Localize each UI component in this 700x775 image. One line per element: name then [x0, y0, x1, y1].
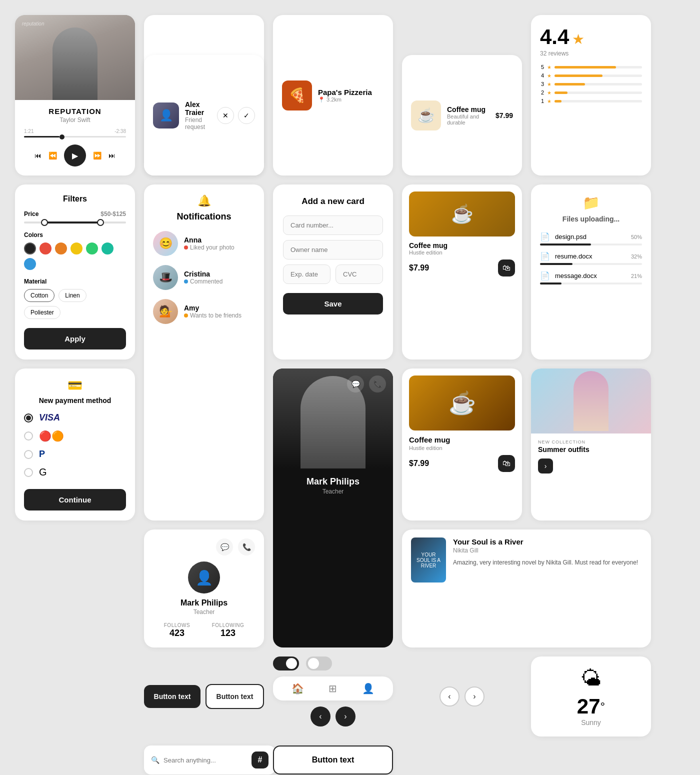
rewind-button[interactable]: ⏪ — [48, 152, 57, 160]
message-button-lg[interactable]: 💬 — [347, 376, 364, 392]
book-description: Amazing, very interesting novel by Nikit… — [453, 558, 642, 567]
file-message-name: message.docx — [555, 272, 626, 280]
color-black[interactable] — [24, 242, 36, 254]
files-uploading-card: 📁 Files uploading... 📄 design.psd 50% 📄 … — [531, 184, 651, 360]
filled-button[interactable]: Button text — [144, 685, 200, 708]
card-number-input[interactable] — [283, 216, 383, 235]
rating-bar-3: 3 ★ — [540, 81, 642, 87]
pizza-info: Papa's Pizzeria 📍 3.2km — [318, 88, 384, 103]
color-red[interactable] — [40, 242, 52, 254]
coffee-product-edition: Hustle edition — [409, 445, 515, 451]
add-to-cart-button[interactable]: 🛍 — [498, 455, 515, 472]
search-hash-button[interactable]: # — [252, 752, 268, 768]
rating-bar-4: 4 ★ — [540, 72, 642, 78]
price-slider[interactable] — [24, 222, 126, 224]
play-button[interactable]: ▶ — [64, 144, 86, 166]
price-row: Price $50-$125 — [24, 210, 126, 218]
visa-radio[interactable] — [24, 414, 33, 422]
mastercard-radio[interactable] — [24, 432, 33, 440]
save-card-button[interactable]: Save — [283, 293, 383, 314]
colors-label: Colors — [24, 232, 126, 238]
payment-paypal: P — [24, 449, 126, 460]
file-message-fill — [540, 282, 562, 284]
weather-degree: ° — [600, 700, 606, 713]
next-page-button-2[interactable]: › — [464, 686, 484, 706]
pizza-card: 🍕 Papa's Pizzeria 📍 3.2km — [273, 15, 393, 176]
prev-page-button-2[interactable]: ‹ — [440, 686, 460, 706]
payment-title: New payment method — [24, 396, 126, 404]
outlined-button[interactable]: Button text — [206, 684, 264, 709]
exp-date-input[interactable] — [283, 264, 330, 284]
toggle-off[interactable] — [306, 656, 332, 670]
coffee-product-edition-sm: Hustle edition — [409, 250, 515, 256]
prev-page-button[interactable]: ‹ — [310, 706, 330, 726]
amy-info: Amy Wants to be friends — [184, 304, 242, 319]
price-label: Price $50-$125 — [24, 210, 126, 218]
anna-dot — [184, 246, 188, 250]
cvc-input[interactable] — [336, 264, 383, 284]
material-label: Material — [24, 278, 126, 285]
file-resume-icon: 📄 — [540, 252, 550, 261]
profile-sm-stats: FOLLOWS 423 FOLLOWING 123 — [153, 622, 255, 638]
nav-grid[interactable]: ⊞ — [328, 682, 337, 694]
paypal-logo: P — [39, 449, 45, 460]
color-blue[interactable] — [24, 258, 36, 270]
call-button-lg[interactable]: 📞 — [369, 376, 386, 392]
material-poliester[interactable]: Poliester — [24, 306, 60, 319]
pizza-name: Papa's Pizzeria — [318, 88, 384, 96]
book-card: YOUR SOUL IS A RIVER Your Soul is a Rive… — [402, 530, 651, 648]
add-to-cart-button-sm[interactable]: 🛍 — [498, 260, 515, 276]
summer-arrow-button[interactable]: › — [538, 458, 553, 474]
google-logo: G — [39, 466, 47, 478]
cristina-dot — [184, 280, 188, 284]
google-radio[interactable] — [24, 468, 33, 477]
pagination2-row: ‹ › — [402, 656, 522, 736]
material-cotton[interactable]: Cotton — [24, 289, 54, 302]
color-green[interactable] — [86, 242, 98, 254]
skip-forward-button[interactable]: ⏭ — [108, 152, 116, 160]
color-orange[interactable] — [55, 242, 67, 254]
long-button[interactable]: Button text — [273, 746, 393, 774]
cristina-avatar: 🎩 — [153, 265, 178, 290]
music-progress-bar[interactable] — [24, 136, 126, 138]
call-button-sm[interactable]: 📞 — [238, 538, 255, 556]
coffee-item-info: Coffee mug Beautiful and durable — [447, 106, 490, 126]
bar-track-4 — [554, 74, 642, 77]
owner-name-input[interactable] — [283, 240, 383, 260]
price-slider-fill — [44, 222, 100, 224]
price-slider-right-dot[interactable] — [97, 219, 104, 226]
apply-button[interactable]: Apply — [24, 328, 126, 350]
file-item-resume: 📄 resume.docx 32% — [540, 252, 642, 265]
nav-profile[interactable]: 👤 — [362, 682, 374, 694]
continue-button[interactable]: Continue — [24, 489, 126, 510]
amy-dot — [184, 314, 188, 318]
file-design-icon: 📄 — [540, 232, 550, 242]
file-message-icon: 📄 — [540, 271, 550, 280]
forward-button[interactable]: ⏩ — [93, 152, 102, 160]
toggle-on[interactable] — [273, 656, 299, 670]
paypal-radio[interactable] — [24, 450, 33, 459]
material-linen[interactable]: Linen — [58, 289, 86, 302]
weather-card: 🌤 27° Sunny — [531, 656, 651, 736]
profile-lg-name: Mark Philips — [281, 476, 385, 487]
search-input[interactable] — [164, 756, 248, 764]
reject-button[interactable]: ✕ — [217, 107, 234, 124]
price-slider-left-dot[interactable] — [41, 219, 48, 226]
collection-label: NEW COLLECTION — [538, 440, 644, 444]
next-page-button[interactable]: › — [336, 706, 356, 726]
nav-home[interactable]: 🏠 — [292, 682, 304, 694]
rating-bar-1: 1 ★ — [540, 98, 642, 104]
skip-back-button[interactable]: ⏮ — [34, 152, 42, 160]
price-value: $50-$125 — [100, 210, 126, 218]
notification-item-amy: 💁 Amy Wants to be friends — [153, 299, 255, 324]
follows-count: 423 — [164, 628, 190, 638]
message-button-sm[interactable]: 💬 — [216, 538, 233, 556]
coffee-product-price-sm: $7.99 — [409, 264, 429, 272]
button-row-card: Button text Button text — [144, 656, 264, 736]
friend-status: Friend request — [185, 116, 211, 130]
search-wrapper: 🔍 # — [144, 746, 276, 774]
color-teal[interactable] — [102, 242, 114, 254]
color-yellow[interactable] — [70, 242, 82, 254]
file-resume-fill — [540, 263, 572, 265]
accept-button[interactable]: ✓ — [238, 107, 255, 124]
